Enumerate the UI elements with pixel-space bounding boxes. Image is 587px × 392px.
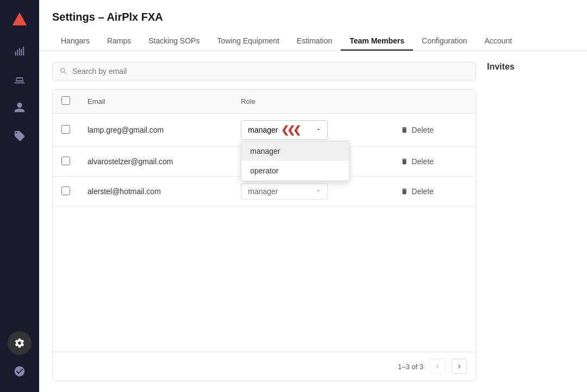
sidebar-item-person[interactable]	[8, 96, 32, 120]
tab-account[interactable]: Account	[476, 32, 521, 51]
row-3-delete-button[interactable]: Delete	[396, 185, 438, 198]
table-row: lamp.greg@gmail.com manager ❮❮❮	[53, 114, 476, 147]
invites-panel: Invites	[487, 62, 574, 381]
main-content: Settings – AirPlx FXA Hangars Ramps Stac…	[39, 0, 587, 392]
logo-icon[interactable]	[9, 9, 30, 30]
row-3-checkbox[interactable]	[61, 186, 70, 195]
role-cell-1: manager ❮❮❮ man	[232, 114, 388, 147]
sidebar	[0, 0, 39, 392]
row-checkbox-cell	[53, 147, 79, 177]
svg-marker-0	[13, 13, 27, 26]
trash-icon	[401, 158, 408, 165]
select-all-header	[53, 90, 79, 114]
role-dropdown-wrapper: manager ❮❮❮ man	[241, 120, 328, 140]
delete-label: Delete	[411, 126, 433, 134]
role-label: manager	[248, 126, 278, 134]
row-1-email: lamp.greg@gmail.com	[79, 114, 232, 147]
row-1-delete-button[interactable]: Delete	[396, 123, 438, 136]
select-all-checkbox[interactable]	[61, 96, 70, 105]
role-dropdown-menu: manager operator	[241, 141, 349, 181]
chevron-right-icon	[455, 363, 463, 370]
row-3-email: alerstel@hotmail.com	[79, 177, 232, 207]
invites-title: Invites	[487, 62, 574, 72]
row-1-actions: Delete	[388, 114, 476, 147]
search-icon	[59, 67, 68, 76]
role-dropdown-btn[interactable]: manager ❮❮❮	[241, 120, 328, 140]
trash-icon	[401, 126, 408, 134]
role-column-header: Role	[232, 90, 388, 114]
content-area: Email Role lamp.greg@gmail.com	[39, 51, 587, 392]
tab-towing-equipment[interactable]: Towing Equipment	[208, 32, 288, 51]
search-input[interactable]	[72, 67, 469, 76]
pagination-next-button[interactable]	[452, 359, 467, 374]
sidebar-item-profile[interactable]	[8, 359, 32, 383]
header: Settings – AirPlx FXA Hangars Ramps Stac…	[39, 0, 587, 51]
nav-tabs: Hangars Ramps Stacking SOPs Towing Equip…	[52, 32, 574, 51]
role-dropdown-btn-3[interactable]: manager	[241, 183, 328, 200]
row-2-email: alvarostelzer@gmail.com	[79, 147, 232, 177]
sidebar-bottom	[8, 331, 32, 383]
table-footer: 1–3 of 3	[53, 352, 476, 381]
pagination-prev-button[interactable]	[430, 359, 445, 374]
tab-stacking-sops[interactable]: Stacking SOPs	[140, 32, 208, 51]
actions-column-header	[388, 90, 476, 114]
chevron-left-icon	[434, 363, 441, 370]
row-3-actions: Delete	[388, 177, 476, 207]
tab-ramps[interactable]: Ramps	[98, 32, 140, 51]
chevron-up-icon	[315, 126, 322, 134]
delete-label: Delete	[411, 187, 433, 196]
dropdown-option-operator[interactable]: operator	[241, 161, 349, 181]
tab-configuration[interactable]: Configuration	[413, 32, 476, 51]
gear-icon[interactable]	[8, 331, 32, 355]
sidebar-item-road[interactable]	[8, 67, 32, 91]
page-title: Settings – AirPlx FXA	[52, 11, 574, 23]
row-checkbox-cell	[53, 177, 79, 207]
chevron-down-icon	[315, 187, 322, 196]
role-label-3: manager	[248, 187, 278, 196]
search-bar	[52, 62, 476, 80]
tab-estimation[interactable]: Estimation	[288, 32, 341, 51]
row-2-checkbox[interactable]	[61, 157, 70, 165]
delete-label: Delete	[411, 157, 433, 166]
row-2-delete-button[interactable]: Delete	[396, 155, 438, 168]
tab-team-members[interactable]: Team Members	[341, 32, 413, 51]
pagination-label: 1–3 of 3	[398, 363, 423, 371]
trash-icon	[401, 188, 408, 195]
row-2-actions: Delete	[388, 147, 476, 177]
row-1-checkbox[interactable]	[61, 125, 70, 134]
chevrons-icon: ❮❮❮	[281, 124, 299, 136]
row-checkbox-cell	[53, 114, 79, 147]
dropdown-option-manager[interactable]: manager	[241, 141, 349, 161]
sidebar-item-tag[interactable]	[8, 124, 32, 148]
email-column-header: Email	[79, 90, 232, 114]
tab-hangars[interactable]: Hangars	[52, 32, 98, 51]
team-members-table: Email Role lamp.greg@gmail.com	[52, 89, 476, 381]
sidebar-item-hangar[interactable]	[8, 39, 32, 63]
data-table: Email Role lamp.greg@gmail.com	[53, 90, 476, 207]
